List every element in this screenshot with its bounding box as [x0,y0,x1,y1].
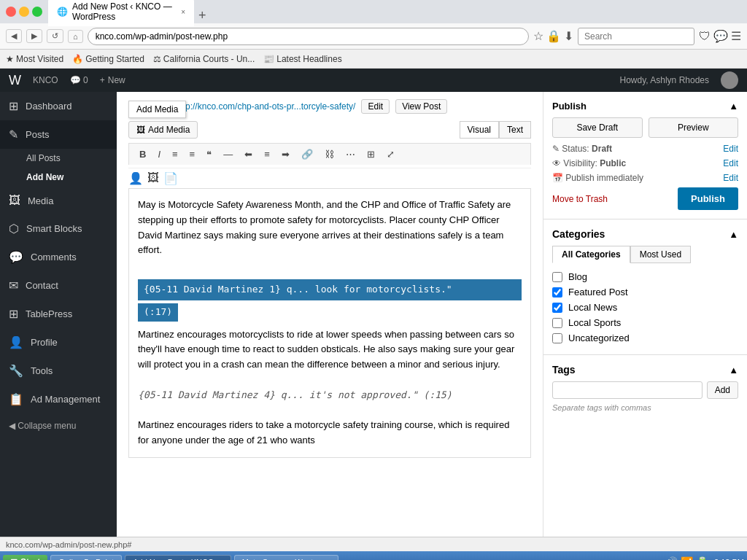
image-icon[interactable]: 🖼 [147,171,159,185]
blockquote-button[interactable]: ❝ [202,147,216,162]
sidebar-item-smart-blocks[interactable]: ⬡ Smart Blocks [0,214,117,243]
sidebar-item-profile[interactable]: 👤 Profile [0,328,117,357]
doc-icon[interactable]: 📄 [163,171,178,185]
courts-icon: ⚖ [153,54,161,64]
wp-body: ⊞ Dashboard ✎ Posts All Posts Add New 🖼 … [0,92,747,537]
status-url: knco.com/wp-admin/post-new.php# [6,540,131,549]
download-icon[interactable]: ⬇ [564,29,573,43]
featured-post-checkbox[interactable] [552,287,562,298]
bookmark-star-icon[interactable]: ☆ [533,29,543,43]
lock-icon[interactable]: 🔒 [546,29,561,43]
blog-label: Blog [568,271,587,282]
tags-collapse-icon[interactable]: ▲ [729,365,738,376]
maximize-button[interactable] [32,7,42,17]
view-post-button[interactable]: View Post [395,99,447,114]
chat-icon[interactable]: 💬 [713,29,728,43]
hr-button[interactable]: — [219,147,237,162]
sidebar-item-all-posts[interactable]: All Posts [0,149,117,168]
home-button[interactable]: ⌂ [68,30,83,43]
plus-icon: + [100,75,105,85]
status-edit-link[interactable]: Edit [723,144,738,154]
visual-tab[interactable]: Visual [460,121,499,139]
sidebar-item-dashboard[interactable]: ⊞ Dashboard [0,92,117,120]
bookmark-getting-started[interactable]: 🔥 Getting Started [72,54,144,64]
all-categories-tab[interactable]: All Categories [552,246,630,263]
window-controls [6,7,42,17]
wp-logo[interactable]: W [9,73,21,88]
move-to-trash-link[interactable]: Move to Trash [552,194,608,204]
url-bar[interactable] [88,28,529,45]
content-paragraph-2: Martinez encourages motorcyclists to rid… [138,327,522,373]
active-tab[interactable]: 🌐 Add New Post ‹ KNCO — WordPress × [48,0,194,26]
sidebar-item-posts[interactable]: ✎ Posts [0,120,117,149]
user-icon[interactable]: 👤 [128,171,143,185]
editor-content-area[interactable]: May is Motorcycle Safety Awareness Month… [128,188,531,458]
shield-icon[interactable]: 🛡 [699,30,711,43]
tags-hint: Separate tags with commas [552,403,738,412]
tab-title: Add New Post ‹ KNCO — WordPress [72,1,177,22]
system-icons: 🔊 📶 🔋 [665,556,708,560]
sidebar-item-comments[interactable]: 💬 Comments [0,243,117,271]
sidebar-item-tools[interactable]: 🔧 Tools [0,357,117,385]
reload-button[interactable]: ↺ [47,29,63,43]
minimize-button[interactable] [19,7,29,17]
taskbar-wordpress[interactable]: Add New Post ‹ KNCO ... [125,555,231,560]
permalink-url[interactable]: http://knco.com/chp-and-ots-pr...torcyle… [176,101,356,112]
most-used-tab[interactable]: Most Used [630,246,691,263]
publish-time-edit-link[interactable]: Edit [723,173,738,183]
publish-header: Publish ▲ [552,101,738,112]
blog-checkbox[interactable] [552,272,562,282]
local-news-checkbox[interactable] [552,303,562,313]
align-left-button[interactable]: ⬅ [240,147,257,162]
bold-button[interactable]: B [135,147,150,162]
sidebar-item-contact[interactable]: ✉ Contact [0,271,117,300]
more-button[interactable]: ⋯ [341,147,360,162]
collapse-menu[interactable]: ◀ Collapse menu [0,413,117,438]
sidebar-item-add-new[interactable]: Add New [0,168,117,187]
add-tag-button[interactable]: Add [707,381,738,399]
menu-icon[interactable]: ☰ [731,29,741,43]
fullscreen-button[interactable]: ⤢ [382,147,399,162]
wp-new-button[interactable]: + New [100,75,125,85]
italic-button[interactable]: I [153,147,165,162]
close-button[interactable] [6,7,16,17]
search-input[interactable] [578,28,694,45]
forward-button[interactable]: ▶ [26,29,42,43]
start-button[interactable]: ⊞ Start [3,555,47,560]
publish-collapse-icon[interactable]: ▲ [729,101,738,112]
wp-comments[interactable]: 💬 0 [70,75,88,85]
taskbar-paint[interactable]: Online 5 - Paint [50,555,122,560]
permalink-edit-button[interactable]: Edit [361,99,390,114]
sidebar-item-ad-management[interactable]: 📋 Ad Management [0,385,117,413]
local-sports-checkbox[interactable] [552,318,562,328]
tags-input[interactable] [552,381,703,399]
ol-button[interactable]: ≡ [185,147,200,162]
preview-button[interactable]: Preview [649,117,739,138]
sidebar-item-media[interactable]: 🖼 Media [0,187,117,214]
visibility-edit-link[interactable]: Edit [723,158,738,168]
uncategorized-checkbox[interactable] [552,333,562,343]
align-center-button[interactable]: ≡ [260,147,274,162]
text-tab[interactable]: Text [499,121,531,139]
back-button[interactable]: ◀ [6,29,22,43]
sidebar-item-tablepress[interactable]: ⊞ TablePress [0,300,117,328]
categories-collapse-icon[interactable]: ▲ [729,229,738,240]
table-button[interactable]: ⊞ [363,147,379,162]
unlink-button[interactable]: ⛓ [320,147,338,162]
tags-input-row: Add [552,381,738,399]
add-media-tooltip: Add Media [128,101,186,118]
add-media-button[interactable]: 🖼 Add Media [128,121,198,139]
bookmark-latest-headlines[interactable]: 📰 Latest Headlines [263,54,341,64]
ul-button[interactable]: ≡ [168,147,182,162]
publish-button[interactable]: Publish [678,187,738,210]
wp-site-name[interactable]: KNCO [33,75,58,85]
align-right-button[interactable]: ➡ [277,147,294,162]
new-tab-button[interactable]: + [196,5,209,26]
save-draft-button[interactable]: Save Draft [552,117,643,138]
taskbar-metrosource[interactable]: MetroSource - Westwo... [234,555,338,560]
bookmark-most-visited[interactable]: ★ Most Visited [6,54,63,64]
link-button[interactable]: 🔗 [297,147,317,162]
tab-close-button[interactable]: × [181,8,185,16]
bookmark-california-courts[interactable]: ⚖ California Courts - Un... [153,54,255,64]
publish-title: Publish [552,101,587,112]
